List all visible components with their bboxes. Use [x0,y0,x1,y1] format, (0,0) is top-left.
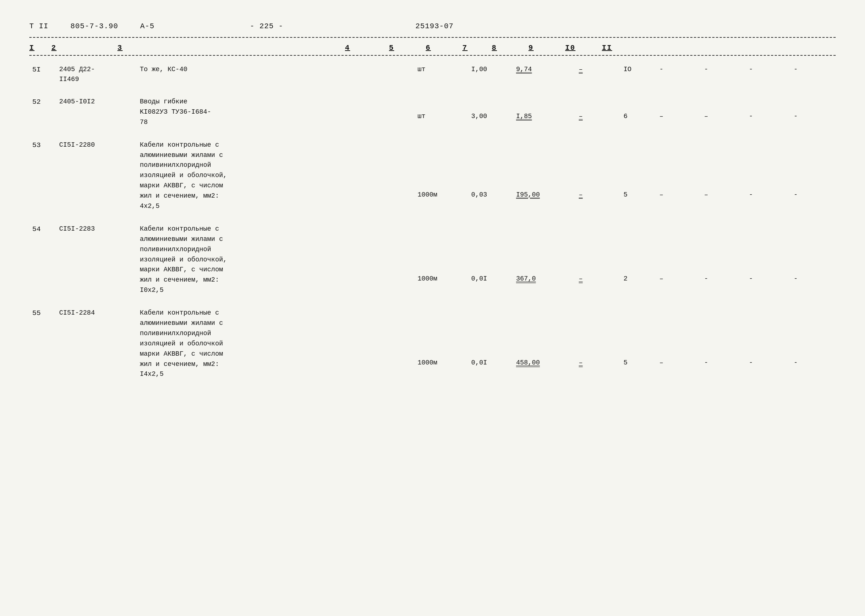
row-col11: - [791,305,836,382]
row-code: CI5I-2283 [56,221,137,298]
row-col10: - [746,305,791,382]
row-col10: - [746,137,791,214]
col-header-6: 6 [426,44,462,52]
row-price: 9,74 [513,61,576,86]
table-row: 53 CI5I-2280 Кабели контрольные салюмини… [29,137,836,214]
col-header-2: 2 [51,44,117,52]
row-price: I95,00 [513,137,576,214]
row-col6: – [576,61,621,86]
row-num: 53 [29,137,56,214]
row-unit: 1000м [415,305,468,382]
row-code: CI5I-2284 [56,305,137,382]
row-col10: - [746,61,791,86]
row-qty: 0,03 [468,137,513,214]
row-code: 2405 Д22-II469 [56,61,137,86]
main-table: 5I 2405 Д22-II469 То же, КС-40 шт I,00 9… [29,61,836,389]
row-col8: – [657,305,701,382]
col-header-10: I0 [565,44,602,52]
table-row: 55 CI5I-2284 Кабели контрольные салюмини… [29,305,836,382]
row-col11: - [791,137,836,214]
row-col8: - [657,61,701,86]
col-header-8: 8 [492,44,528,52]
row-code: CI5I-2280 [56,137,137,214]
row-num: 54 [29,221,56,298]
row-price: 367,0 [513,221,576,298]
row-col9: - [701,61,746,86]
table-row: 52 2405-I0I2 Вводы гибкиеKI082УЗ ТУ36-I6… [29,94,836,130]
col-header-9: 9 [528,44,565,52]
row-col7: 2 [621,221,657,298]
header-part: Т II [29,22,49,30]
row-col9: - [701,305,746,382]
top-dashed-line [29,37,836,38]
row-col9: – [701,137,746,214]
row-unit: 1000м [415,137,468,214]
row-col6: – [576,221,621,298]
row-col7: 6 [621,94,657,130]
header-page: - 225 - [250,22,283,30]
row-desc: Кабели контрольные салюминиевыми жилами … [137,137,415,214]
row-qty: 0,0I [468,221,513,298]
col-header-7: 7 [462,44,492,52]
row-unit: шт [415,61,468,86]
table-row: 5I 2405 Д22-II469 То же, КС-40 шт I,00 9… [29,61,836,86]
row-desc: Кабели контрольные салюминиевыми жилами … [137,221,415,298]
column-headers-row: I 2 3 4 5 6 7 8 9 I0 II [29,41,836,56]
row-col7: IO [621,61,657,86]
table-row: 54 CI5I-2283 Кабели контрольные салюмини… [29,221,836,298]
col-header-1: I [29,44,51,52]
row-col10: - [746,221,791,298]
row-price: I,85 [513,94,576,130]
row-col7: 5 [621,137,657,214]
col-header-3: 3 [117,44,345,52]
row-qty: 3,00 [468,94,513,130]
row-col6: – [576,94,621,130]
header: Т II 805-7-3.90 А-5 - 225 - 25193-07 [29,22,836,30]
row-col6: – [576,305,621,382]
row-code: 2405-I0I2 [56,94,137,130]
row-col11: - [791,221,836,298]
col-header-11: II [602,44,638,52]
header-doc: 25193-07 [416,22,454,30]
row-col8: – [657,221,701,298]
row-desc: Вводы гибкиеKI082УЗ ТУ36-I684-78 [137,94,415,130]
row-col10: - [746,94,791,130]
row-col7: 5 [621,305,657,382]
row-unit: 1000м [415,221,468,298]
header-section: А-5 [140,22,154,30]
row-desc: Кабели контрольные салюминиевыми жилами … [137,305,415,382]
row-col8: – [657,94,701,130]
col-header-5: 5 [389,44,426,52]
row-col11: - [791,61,836,86]
row-col11: - [791,94,836,130]
row-unit: шт [415,94,468,130]
row-num: 55 [29,305,56,382]
row-col6: – [576,137,621,214]
row-col9: – [701,94,746,130]
row-num: 5I [29,61,56,86]
row-num: 52 [29,94,56,130]
header-code: 805-7-3.90 [71,22,118,30]
row-price: 458,00 [513,305,576,382]
row-desc: То же, КС-40 [137,61,415,86]
row-col8: – [657,137,701,214]
row-qty: I,00 [468,61,513,86]
col-header-4: 4 [345,44,389,52]
row-qty: 0,0I [468,305,513,382]
row-col9: - [701,221,746,298]
